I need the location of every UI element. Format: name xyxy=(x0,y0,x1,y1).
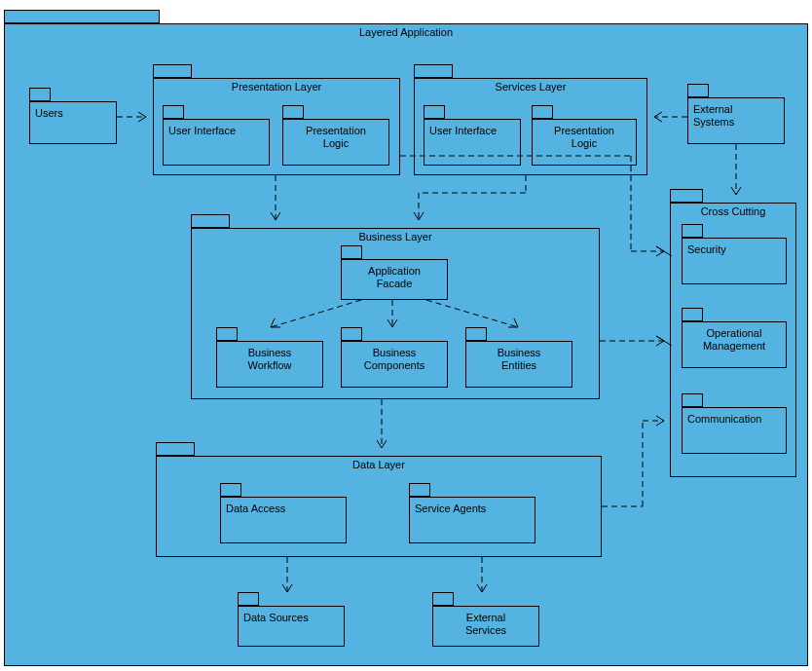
label-sl-logic: Presentation Logic xyxy=(532,125,637,150)
label-external-services: External Services xyxy=(432,612,539,637)
label-services-layer: Services Layer xyxy=(414,81,647,93)
pkg-dl-agents: Service Agents xyxy=(409,497,535,543)
label-pl-logic: Presentation Logic xyxy=(282,125,389,150)
pkg-external-services: External Services xyxy=(432,606,539,647)
pkg-bl-entities: Business Entities xyxy=(465,341,572,388)
pkg-pl-logic: Presentation Logic xyxy=(282,119,389,166)
pkg-data-sources: Data Sources xyxy=(238,606,345,647)
label-bl-workflow: Business Workflow xyxy=(216,347,323,372)
label-business-layer: Business Layer xyxy=(191,231,600,242)
pkg-users: Users xyxy=(29,101,117,144)
label-dl-access: Data Access xyxy=(226,503,347,515)
label-data-layer: Data Layer xyxy=(156,459,602,470)
label-users: Users xyxy=(35,107,117,120)
pkg-external-systems: External Systems xyxy=(687,97,785,144)
label-cross-cutting: Cross Cutting xyxy=(670,205,796,217)
label-bl-components: Business Components xyxy=(341,347,448,372)
label-cc-security: Security xyxy=(687,243,787,256)
label-cc-comm: Communication xyxy=(687,413,787,426)
pkg-sl-logic: Presentation Logic xyxy=(532,119,637,166)
label-presentation-layer: Presentation Layer xyxy=(153,81,400,93)
pkg-sl-ui: User Interface xyxy=(424,119,521,166)
pkg-cc-security: Security xyxy=(682,238,787,284)
diagram-canvas: Layered Application Users Presentation L… xyxy=(0,0,812,671)
label-bl-entities: Business Entities xyxy=(465,347,572,372)
label-external-systems: External Systems xyxy=(693,103,785,129)
title-layered-application: Layered Application xyxy=(4,26,808,38)
pkg-cc-opmgmt: Operational Management xyxy=(682,321,787,368)
pkg-pl-ui: User Interface xyxy=(163,119,270,166)
pkg-bl-facade: Application Facade xyxy=(341,259,448,300)
label-cc-opmgmt: Operational Management xyxy=(682,327,787,353)
pkg-bl-components: Business Components xyxy=(341,341,448,388)
label-sl-ui: User Interface xyxy=(429,125,521,137)
label-data-sources: Data Sources xyxy=(243,612,345,624)
pkg-dl-access: Data Access xyxy=(220,497,347,543)
label-pl-ui: User Interface xyxy=(168,125,270,137)
label-bl-facade: Application Facade xyxy=(341,265,448,290)
pkg-cc-comm: Communication xyxy=(682,407,787,454)
pkg-bl-workflow: Business Workflow xyxy=(216,341,323,388)
label-dl-agents: Service Agents xyxy=(415,503,535,515)
